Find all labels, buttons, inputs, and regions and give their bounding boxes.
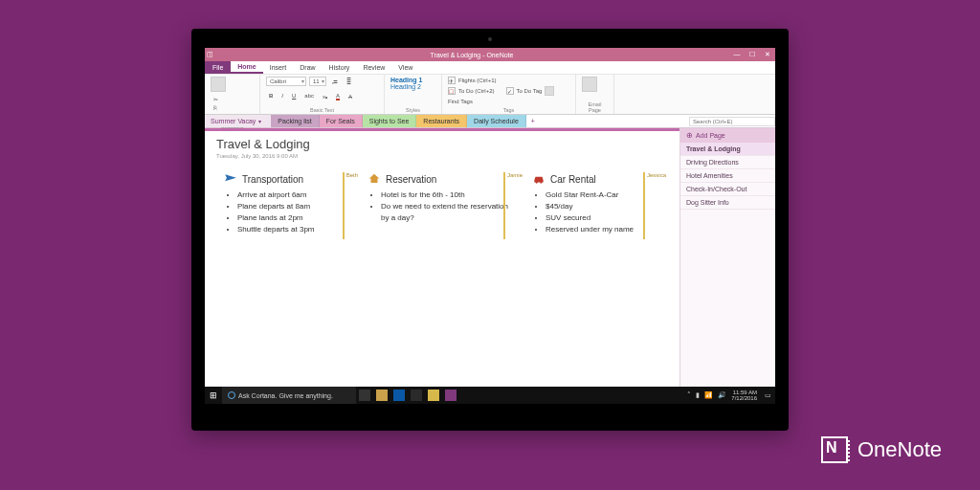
search-input[interactable] [689,117,775,126]
tag-todo-icon[interactable]: ☐ [448,87,456,95]
block-list: Hotel is for the 6th - 10th Do we need t… [368,189,517,224]
italic-button[interactable]: I [278,92,286,100]
add-section-button[interactable]: + [526,115,540,127]
list-item: Shuttle departs at 3pm [237,224,352,235]
windows-taskbar: ⊞ Ask Cortana. Give me anything. ˄ ▮ 📶 🔊… [205,387,775,404]
clock[interactable]: 11:59 AM 7/12/2016 [731,390,760,401]
store-icon[interactable] [411,390,422,401]
page-item[interactable]: Check-In/Check-Out [680,183,775,196]
bold-button[interactable]: B [266,92,276,100]
font-family-select[interactable]: Calibri [266,77,306,86]
section-tab-sights[interactable]: Sights to See [363,115,417,127]
onenote-taskbar-icon[interactable] [445,390,457,401]
highlight-button[interactable]: x₂ [320,92,330,100]
tab-file[interactable]: File [205,61,231,74]
style-heading1[interactable]: Heading 1 [390,77,435,83]
cortana-placeholder: Ask Cortana. Give me anything. [238,392,333,399]
cortana-search[interactable]: Ask Cortana. Give me anything. [222,387,356,404]
block-heading: Transportation [242,174,303,185]
notifications-icon[interactable]: ▭ [765,391,771,399]
start-button[interactable]: ⊞ [205,390,222,400]
close-button[interactable]: ✕ [760,51,775,58]
battery-icon[interactable]: ▮ [696,391,700,399]
find-tags-label: Find Tags [448,99,473,104]
onenote-logo-text: OneNote [858,437,942,462]
minimize-button[interactable]: — [729,51,745,58]
section-tab-bar: Summer Vacay Packing list For Seals Sigh… [205,115,775,128]
ribbon: ✂ ⎘ Format Painter Clipboard Calibri 11 … [205,75,775,115]
onenote-watermark: N OneNote [821,436,942,463]
tab-history[interactable]: History [323,61,357,74]
block-transportation[interactable]: Transportation Arrive at airport 6am Pla… [216,168,360,241]
plane-icon [224,172,237,186]
edge-icon[interactable] [393,390,405,401]
explorer-icon[interactable] [376,390,388,401]
list-item: Arrive at airport 6am [237,189,352,201]
tab-review[interactable]: Review [356,61,391,74]
block-heading: Car Rental [550,174,596,185]
taskview-icon[interactable] [359,390,370,401]
section-tab-packing[interactable]: Packing list [271,115,319,127]
tray-up-icon[interactable]: ˄ [687,391,691,399]
block-car-rental[interactable]: Car Rental Gold Star Rent-A-Car $45/day … [524,168,668,241]
list-item: Hotel is for the 6th - 10th [381,189,517,201]
search-box [689,115,775,127]
page-item[interactable]: Dog Sitter Info [680,196,775,210]
car-icon [532,172,546,186]
find-tags-icon[interactable] [545,86,554,96]
add-page-button[interactable]: Add Page [680,128,775,143]
note-canvas[interactable]: Travel & Lodging Tuesday, July 30, 2016 … [205,128,679,404]
block-heading: Reservation [386,174,436,185]
tab-home[interactable]: Home [231,61,262,74]
ribbon-tabs: File Home Insert Draw History Review Vie… [205,61,775,75]
section-tab-schedule[interactable]: Daily Schedule [467,115,526,127]
volume-icon[interactable]: 🔊 [718,391,726,399]
tablet-frame: ◫ Travel & Lodging - OneNote — ☐ ✕ File … [191,29,789,431]
group-email: Email Page [576,75,614,114]
tab-insert[interactable]: Insert [263,61,294,74]
screen: ◫ Travel & Lodging - OneNote — ☐ ✕ File … [205,48,775,404]
font-color-button[interactable]: A [333,92,343,100]
section-tab-restaurants[interactable]: Restaurants [416,115,467,127]
house-icon [368,172,381,186]
todo-tag-button[interactable]: ✓ [506,87,514,95]
tag-flight-icon[interactable]: ✈ [448,77,456,84]
notebook-picker[interactable]: Summer Vacay [205,115,271,127]
strike-button[interactable]: abc [301,92,317,100]
page-item[interactable]: Travel & Lodging [680,143,775,156]
author-tag: Jamie [503,172,523,239]
paste-icon[interactable] [211,77,226,92]
group-label: Tags [448,107,569,113]
email-page-icon[interactable] [582,77,597,92]
tag-todo-label: To Do (Ctrl+2) [458,88,495,94]
tag-flight-label: Flights (Ctrl+1) [458,78,497,83]
clear-format-button[interactable]: A̶ [345,92,355,100]
author-tag: Jessica [643,172,666,239]
group-label: Basic Text [266,107,378,113]
maximize-button[interactable]: ☐ [745,51,760,58]
note-columns: Transportation Arrive at airport 6am Pla… [216,168,668,241]
cut-button[interactable]: ✂ [211,95,254,103]
window-titlebar: ◫ Travel & Lodging - OneNote — ☐ ✕ [205,48,775,61]
page-title[interactable]: Travel & Lodging [216,137,668,151]
list-item: Plane departs at 8am [237,201,352,212]
app-icon: ◫ [205,51,214,58]
page-item[interactable]: Hotel Amenities [680,169,775,183]
copy-button[interactable]: ⎘ [211,104,254,113]
block-reservation[interactable]: Reservation Hotel is for the 6th - 10th … [360,168,524,241]
page-item[interactable]: Driving Directions [680,156,775,169]
window-controls: — ☐ ✕ [729,51,775,58]
mail-icon[interactable] [428,390,439,401]
wifi-icon[interactable]: 📶 [704,391,713,399]
onenote-logo-icon: N [821,436,848,463]
style-heading2[interactable]: Heading 2 [390,83,435,90]
section-tab-forseals[interactable]: For Seals [320,115,363,127]
todo-tag-label: To Do Tag [517,88,543,94]
font-size-select[interactable]: 11 [309,77,326,86]
tab-view[interactable]: View [391,61,419,74]
numbering-button[interactable]: ≣ [344,78,354,86]
tab-draw[interactable]: Draw [293,61,322,74]
bullets-button[interactable]: ≔ [329,78,341,86]
underline-button[interactable]: U [289,92,299,100]
group-basic-text: Calibri 11 ≔ ≣ B I U abc x₂ A A̶ Basic T… [260,75,385,114]
